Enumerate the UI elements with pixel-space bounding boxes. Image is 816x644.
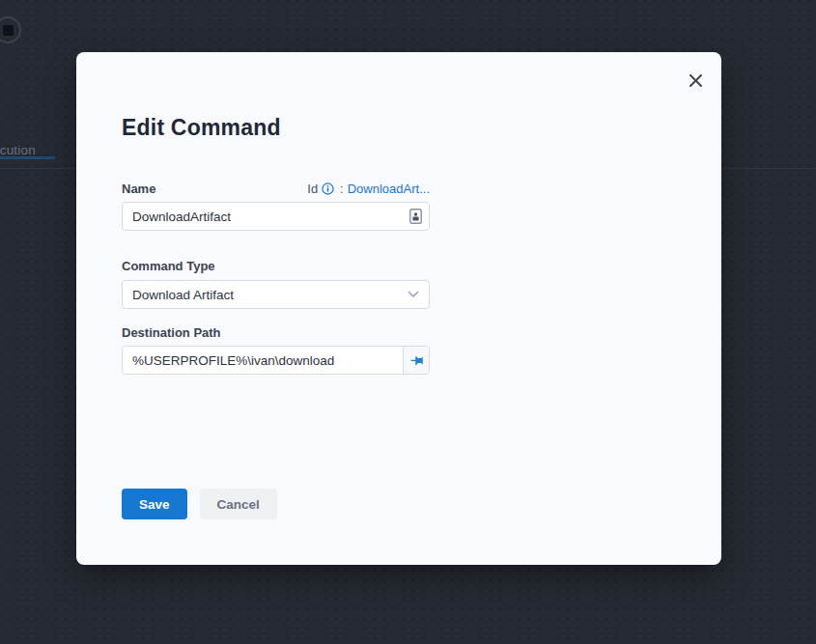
name-label-row: Name Id : DownloadArt... (122, 182, 430, 196)
stop-square-icon (3, 25, 14, 36)
tab-execution[interactable]: ecution (0, 143, 36, 157)
save-button[interactable]: Save (122, 489, 187, 519)
id-label: Id (307, 182, 318, 196)
close-button[interactable] (684, 70, 707, 94)
destination-path-label: Destination Path (122, 325, 221, 340)
dialog-title: Edit Command (122, 115, 281, 141)
active-tab-underline (0, 156, 55, 159)
command-type-select[interactable]: Download Artifact (122, 280, 430, 309)
tab-label: ecution (0, 143, 36, 157)
command-type-value: Download Artifact (132, 288, 234, 302)
pin-button[interactable] (403, 347, 429, 374)
edit-command-dialog: Edit Command Name Id : DownloadArt... (76, 52, 721, 565)
pushpin-icon (406, 350, 426, 370)
name-input[interactable] (122, 202, 430, 231)
close-icon (689, 73, 703, 91)
dialog-actions: Save Cancel (122, 489, 277, 519)
stop-button[interactable] (0, 16, 21, 43)
command-type-label: Command Type (122, 259, 215, 273)
id-separator: : (340, 182, 344, 196)
name-input-wrap (122, 202, 430, 231)
info-icon[interactable] (322, 182, 334, 195)
destination-path-input[interactable] (122, 346, 430, 375)
cancel-button[interactable]: Cancel (200, 489, 277, 519)
name-label: Name (122, 182, 155, 196)
command-id-group: Id : DownloadArt... (307, 182, 430, 196)
destination-path-wrap (122, 346, 430, 375)
command-id-link[interactable]: DownloadArt... (348, 182, 430, 196)
chevron-down-icon (408, 291, 419, 298)
